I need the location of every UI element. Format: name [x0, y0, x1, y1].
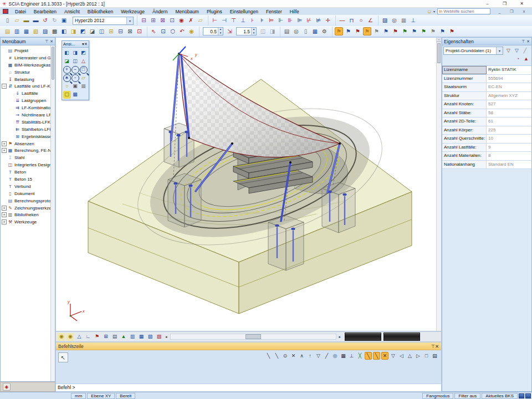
view-custom-icon[interactable]: △ [80, 58, 88, 65]
view-flag-8-icon[interactable]: ⚑ [401, 27, 409, 35]
tree-item-stahl[interactable]: ⌶Stahl [1, 154, 55, 161]
snap-endpoint-icon[interactable]: ╲ [373, 352, 380, 360]
menu-men-baum[interactable]: Menübaum [171, 9, 203, 14]
select-all-icon[interactable]: ◉ [187, 27, 196, 35]
zoom-out-icon[interactable]: − [71, 66, 79, 74]
view-flag-3-icon[interactable]: ⚑ [354, 27, 362, 35]
scale-apply-icon[interactable]: ⇲ [226, 27, 234, 35]
tree-item-struktur[interactable]: ⌂Struktur [1, 69, 55, 76]
expand-icon[interactable]: + [2, 148, 7, 153]
layer-settings-icon[interactable]: ⊟ [116, 27, 125, 35]
line-tool-icon[interactable]: — [338, 17, 346, 25]
new-window-icon[interactable]: ▣ [60, 17, 68, 25]
snap-extension-icon[interactable]: □ [423, 352, 430, 360]
snap-quadrant-icon[interactable]: △ [406, 352, 413, 360]
beam-tool-12-icon[interactable]: ⊭ [314, 17, 323, 25]
doc-close-icon[interactable]: x [520, 7, 528, 16]
status-bereit[interactable]: Bereit [116, 393, 135, 399]
ucs-indicator-icon[interactable] [519, 393, 524, 398]
measure-tool-icon[interactable]: ⊥ [409, 17, 417, 25]
tree-item-belastung[interactable]: ↧Belastung [1, 76, 55, 83]
view-settings-icon[interactable]: ▣ [71, 83, 79, 90]
export-folder-icon[interactable]: ▱ [196, 17, 204, 25]
tree-item-linienraster-und-geschosse[interactable]: #Linienraster und Geschosse [1, 54, 55, 62]
document-output-icon[interactable]: ▯ [301, 27, 310, 35]
combo-arrow-icon[interactable]: ▾ [126, 17, 133, 24]
menu-bibliotheken[interactable]: Bibliotheken [84, 9, 117, 14]
view-y-icon[interactable]: ◨ [69, 27, 78, 35]
print-area-icon[interactable]: ▤ [111, 333, 119, 341]
viewport-hscrollbar[interactable] [170, 334, 336, 340]
status-fangmodus[interactable]: Fangmodus [422, 393, 453, 399]
brush-tool-icon[interactable]: ▨ [381, 17, 389, 25]
beam-tool-10-icon[interactable]: ⊫ [295, 17, 304, 25]
view-axo-icon[interactable]: ◪ [63, 58, 71, 65]
view-x-icon[interactable]: ◧ [60, 27, 68, 35]
tree-item-werkzeuge[interactable]: +⚒Werkzeuge [1, 218, 55, 226]
snap-gradient-icon[interactable]: ▽ [315, 352, 322, 360]
window-maximize-icon[interactable]: ❒ [500, 0, 509, 8]
property-value[interactable]: 10 [487, 135, 531, 143]
settings-gear-icon[interactable]: ⚙ [320, 27, 329, 35]
grid-snap-icon[interactable]: ▦ [340, 352, 347, 360]
view-flag-4-icon[interactable]: ⚑ [363, 27, 371, 35]
copy-properties-icon[interactable]: ⊟ [140, 17, 148, 25]
beam-tool-9-icon[interactable]: ⊪ [286, 17, 294, 25]
tree-item-lf-kombinationen[interactable]: ⇉LF-Kombinationen [1, 104, 55, 111]
display-params-2-icon[interactable]: ◨ [268, 27, 277, 35]
view-flag-6-icon[interactable]: ⚑ [382, 27, 390, 35]
pin-icon[interactable]: ⊤ [45, 39, 48, 44]
beam-tool-1-icon[interactable]: ⊢ [211, 17, 219, 25]
view-flag-1-icon[interactable]: ⚑ [335, 27, 343, 35]
menu-ndern[interactable]: Ändern [149, 9, 171, 14]
view-flag-10-icon[interactable]: ⚑ [420, 27, 428, 35]
pin-icon[interactable]: ⊤ [431, 344, 434, 349]
new-project-icon[interactable]: ▯ [3, 17, 12, 25]
property-value[interactable]: 225 [487, 126, 531, 135]
save-icon[interactable]: ▬ [22, 17, 30, 25]
tree-item-dokument[interactable]: ▯Dokument [1, 190, 55, 197]
combo-arrow-icon[interactable]: ▾ [496, 47, 503, 54]
tree-item-integriertes-design-forms[interactable]: ◫Integriertes Design Forms [1, 161, 55, 168]
chart-pie-icon[interactable]: ◔ [514, 55, 521, 63]
doc-restore-icon[interactable]: ❒ [508, 7, 516, 16]
snap-intersection-icon[interactable]: ✕ [381, 352, 388, 360]
pin-view-1-icon[interactable]: ◉ [58, 333, 65, 341]
clean-icon[interactable]: ✗ [187, 17, 195, 25]
help-smiley-icon[interactable]: ☺ [427, 8, 432, 14]
window-minimize-icon[interactable]: – [483, 0, 492, 8]
snap-circle-icon[interactable]: ⊙ [282, 352, 289, 360]
property-value[interactable]: 555694 [487, 75, 531, 83]
tree-item-lastgruppen[interactable]: ⇊Lastgruppen [1, 97, 55, 104]
visibility-settings-icon[interactable]: ⊠ [126, 27, 134, 35]
beam-tool-2-icon[interactable]: ⊣ [220, 17, 228, 25]
view-flag-9-icon[interactable]: ⚑ [410, 27, 418, 35]
view-side-icon[interactable]: ◩ [80, 49, 88, 57]
vscroll-thumb[interactable] [437, 43, 441, 63]
splitter-handle[interactable]: − [437, 38, 441, 42]
spin-down-icon[interactable]: ▼ [252, 32, 256, 35]
layers-toggle-icon[interactable]: ▦ [137, 333, 145, 341]
docked-window-preview-2[interactable] [383, 332, 420, 341]
docked-toolbar-handle-icon[interactable]: ◈ [3, 383, 11, 391]
open-project-icon[interactable]: ▱ [13, 17, 21, 25]
select-polygon-icon[interactable]: ⬡ [168, 27, 177, 35]
angle-tool-icon[interactable]: ∠ [366, 17, 375, 25]
menu-werkzeuge[interactable]: Werkzeuge [117, 9, 149, 14]
menu-bearbeiten[interactable]: Bearbeiten [30, 9, 60, 14]
load-scale-spinner[interactable]: 0.5 ▲▼ [203, 27, 223, 35]
view-perspective-icon[interactable]: ◫ [71, 58, 79, 65]
display-params-1-icon[interactable]: ◫ [259, 27, 267, 35]
tree-item-stahlbeton-lfk[interactable]: ⇇Stahlbeton-LFK [1, 126, 55, 133]
view-flag-2-icon[interactable]: ⚑ [344, 27, 352, 35]
tree-item-berechnungsprotokoll[interactable]: ▤Berechnungsprotokoll [1, 197, 55, 204]
tree-scrollbar-thumb[interactable] [52, 47, 54, 80]
print-view-icon[interactable]: ▱ [80, 74, 88, 82]
snap-diagonal-icon[interactable]: ╱ [323, 352, 330, 360]
close-icon[interactable]: ✕ [50, 39, 53, 44]
tree-item-lastf-lle[interactable]: ⇓Lastfälle [1, 90, 55, 97]
snap-settings-icon[interactable]: ▤ [431, 352, 438, 360]
tree-item-nichtlineare-lf-kombin[interactable]: ⇝Nichtlineare LF-Kombin [1, 111, 55, 119]
menu-fenster[interactable]: Fenster [262, 9, 286, 14]
view-toolbar-header[interactable]: Ansi... ▾ ✕ [62, 41, 89, 48]
